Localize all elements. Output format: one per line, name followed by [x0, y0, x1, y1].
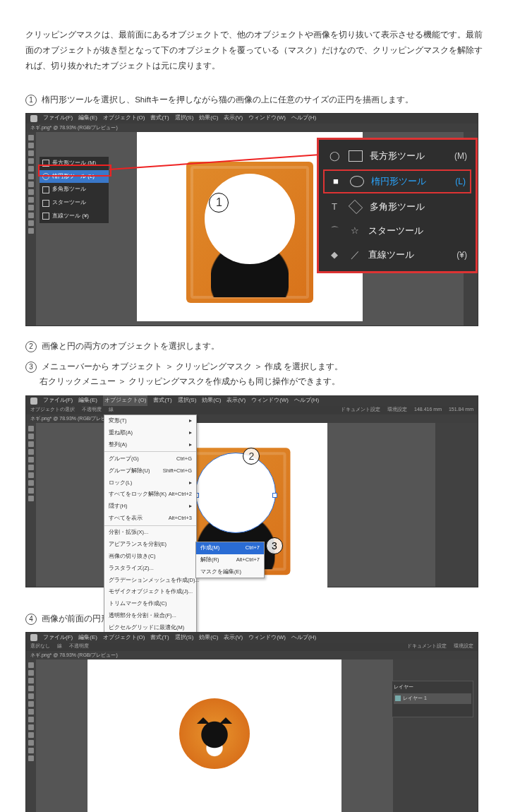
- obj-align[interactable]: 整列(A)▸: [104, 438, 196, 450]
- obj-hide[interactable]: 隠す(H)▸: [104, 501, 196, 513]
- tool-icon[interactable]: [28, 135, 34, 141]
- tool-icon[interactable]: [28, 181, 34, 187]
- tool-icon[interactable]: [28, 709, 34, 715]
- tool-icon[interactable]: [28, 197, 34, 203]
- menu-window[interactable]: ウィンドウ(W): [251, 395, 289, 406]
- tool-icon[interactable]: [28, 426, 34, 431]
- tool-icon[interactable]: [28, 205, 34, 210]
- menu-file[interactable]: ファイル(F): [43, 113, 73, 124]
- ctl-opacity[interactable]: 不透明度: [69, 642, 89, 651]
- tool-icon[interactable]: [28, 158, 34, 164]
- obj-group[interactable]: グループ(G)Ctrl+G: [104, 453, 196, 465]
- big-poly[interactable]: T 多角形ツール: [319, 195, 476, 219]
- tool-icon[interactable]: [28, 472, 34, 478]
- menu-effect[interactable]: 効果(C): [199, 633, 218, 643]
- menu-help[interactable]: ヘルプ(H): [294, 395, 319, 406]
- tool-icon[interactable]: [28, 686, 34, 691]
- document-tab[interactable]: ネギ.png* @ 78.93% (RGB/プレビュー): [26, 124, 478, 132]
- menu-view[interactable]: 表示(V): [226, 395, 246, 406]
- sub-make[interactable]: 作成(M)Ctrl+7: [196, 542, 264, 554]
- tool-icon[interactable]: [28, 480, 34, 486]
- obj-arrange[interactable]: 重ね順(A)▸: [104, 427, 196, 439]
- menu-effect[interactable]: 効果(C): [199, 113, 218, 124]
- menu-window[interactable]: ウィンドウ(W): [248, 113, 286, 124]
- ctl-stroke[interactable]: 線: [57, 642, 62, 651]
- obj-trim[interactable]: トリムマークを作成(C): [104, 598, 196, 610]
- tool-icon[interactable]: [28, 434, 34, 439]
- tool-icon[interactable]: [28, 748, 34, 753]
- layer-row[interactable]: レイヤー 1: [394, 693, 471, 704]
- ctl-opacity[interactable]: 不透明度: [82, 405, 102, 414]
- tool-icon[interactable]: [28, 189, 34, 195]
- menu-file[interactable]: ファイル(F): [43, 633, 73, 643]
- tool-icon[interactable]: [28, 740, 34, 746]
- tool-icon[interactable]: [28, 717, 34, 722]
- menu-select[interactable]: 選択(S): [178, 395, 197, 406]
- obj-show[interactable]: すべてを表示Alt+Ctrl+3: [104, 513, 196, 525]
- home-icon[interactable]: [30, 634, 37, 641]
- menu-view[interactable]: 表示(V): [224, 113, 243, 124]
- obj-ungroup[interactable]: グループ解除(U)Shift+Ctrl+G: [104, 465, 196, 477]
- menu-file[interactable]: ファイル(F): [43, 395, 73, 406]
- menu-edit[interactable]: 編集(E): [78, 395, 97, 406]
- ctl-pref[interactable]: 環境設定: [387, 405, 407, 414]
- tool-icon[interactable]: [28, 220, 34, 226]
- obj-lock[interactable]: ロック(L)▸: [104, 477, 196, 489]
- fly-star[interactable]: スターツール: [40, 196, 109, 210]
- tool-icon[interactable]: [28, 465, 34, 470]
- document-tab[interactable]: ネギ.png* @ 78.93% (RGB/プレビュー): [26, 414, 478, 423]
- tool-icon[interactable]: [28, 441, 34, 447]
- drawn-ellipse[interactable]: [205, 174, 295, 264]
- menu-effect[interactable]: 効果(C): [202, 395, 221, 406]
- menu-type[interactable]: 書式(T): [150, 633, 169, 643]
- sub-edit[interactable]: マスクを編集(E): [196, 566, 264, 578]
- menu-select[interactable]: 選択(S): [175, 633, 194, 643]
- obj-crop[interactable]: 画像の切り抜き(C): [104, 550, 196, 562]
- fly-poly[interactable]: 多角形ツール: [40, 183, 109, 196]
- tool-icon[interactable]: [28, 724, 34, 730]
- tool-icon[interactable]: [28, 670, 34, 676]
- obj-raster[interactable]: ラスタライズ(Z)...: [104, 562, 196, 574]
- fly-line[interactable]: 直線ツール (¥): [40, 210, 109, 223]
- menu-object[interactable]: オブジェクト(O): [103, 395, 148, 406]
- menu-select[interactable]: 選択(S): [175, 113, 194, 124]
- tool-icon[interactable]: [28, 166, 34, 172]
- tool-icon[interactable]: [28, 213, 34, 218]
- menu-object[interactable]: オブジェクト(O): [103, 633, 145, 643]
- tool-icon[interactable]: [28, 143, 34, 148]
- obj-expand-app[interactable]: アピアランスを分割(E): [104, 538, 196, 550]
- tool-icon[interactable]: [28, 662, 34, 668]
- obj-gradmesh[interactable]: グラデーションメッシュを作成(D)...: [104, 574, 196, 586]
- obj-unlock[interactable]: すべてをロック解除(K)Alt+Ctrl+2: [104, 489, 196, 501]
- big-star[interactable]: ⌒ ☆ スターツール: [319, 219, 476, 243]
- tool-icon[interactable]: [28, 693, 34, 699]
- menu-type[interactable]: 書式(T): [153, 395, 171, 406]
- obj-transp[interactable]: 透明部分を分割・統合(F)...: [104, 610, 196, 622]
- menu-window[interactable]: ウィンドウ(W): [248, 633, 286, 643]
- menu-edit[interactable]: 編集(E): [78, 633, 97, 643]
- big-line[interactable]: ◆ ／ 直線ツール (¥): [319, 243, 476, 267]
- sub-release[interactable]: 解除(R)Alt+Ctrl+7: [196, 554, 264, 566]
- ctl-docset[interactable]: ドキュメント設定: [341, 405, 380, 414]
- ctl-docset[interactable]: ドキュメント設定: [407, 642, 447, 651]
- ctl-pref[interactable]: 環境設定: [454, 642, 473, 651]
- home-icon[interactable]: [30, 115, 37, 122]
- tool-icon[interactable]: [28, 678, 34, 683]
- tool-icon[interactable]: [28, 228, 34, 234]
- big-ellipse[interactable]: ■ 楕円形ツール (L): [323, 169, 471, 193]
- menu-view[interactable]: 表示(V): [224, 633, 243, 643]
- menu-help[interactable]: ヘルプ(H): [291, 113, 316, 124]
- tool-icon[interactable]: [28, 449, 34, 455]
- tool-icon[interactable]: [28, 457, 34, 462]
- menu-help[interactable]: ヘルプ(H): [291, 633, 316, 643]
- selected-ellipse[interactable]: [195, 453, 276, 533]
- menu-type[interactable]: 書式(T): [150, 113, 169, 124]
- obj-expand[interactable]: 分割・拡張(X)...: [104, 527, 196, 539]
- canvas[interactable]: [36, 659, 393, 812]
- tool-icon[interactable]: [28, 701, 34, 707]
- document-tab[interactable]: ネギ.png* @ 78.93% (RGB/プレビュー): [26, 651, 478, 659]
- menu-edit[interactable]: 編集(E): [78, 113, 97, 124]
- tool-icon[interactable]: [28, 488, 34, 494]
- layers-panel[interactable]: レイヤー レイヤー 1: [392, 681, 473, 717]
- home-icon[interactable]: [30, 398, 37, 405]
